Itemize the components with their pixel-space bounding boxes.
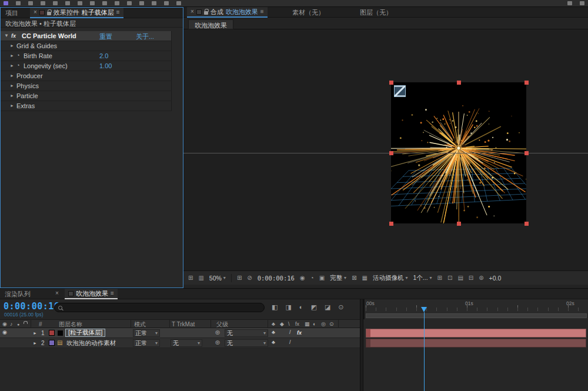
screen-icon[interactable]: ▥ [198, 275, 203, 281]
parent-select[interactable]: 无 ▾ [225, 329, 268, 337]
playhead-handle[interactable] [421, 307, 427, 312]
selection-handle[interactable] [389, 151, 393, 155]
region-of-interest-icon[interactable]: ⊠ [352, 275, 356, 281]
home-icon[interactable] [16, 1, 21, 5]
close-icon[interactable]: × [55, 290, 59, 296]
playhead-line[interactable] [424, 312, 425, 391]
effect-property-row[interactable]: ► ◔ Birth Rate 2.0 [1, 51, 171, 61]
pickwhip-icon[interactable]: ◎ [215, 330, 220, 335]
stopwatch-icon[interactable]: ◔ [16, 53, 19, 58]
expand-triangle-icon[interactable]: ► [10, 64, 14, 68]
bar-in-handle[interactable] [366, 329, 370, 337]
zoom-tool-icon[interactable] [53, 1, 58, 5]
selection-handle[interactable] [389, 222, 393, 226]
mode-select[interactable]: 正常 ▾ [133, 329, 160, 337]
transparency-grid-icon[interactable]: ▦ [362, 275, 368, 281]
quality-toggle-icon[interactable]: / [289, 330, 291, 335]
effect-header-row[interactable]: ▼ fx CC Particle World 重置 关于... [1, 31, 171, 41]
draft-3d-icon[interactable]: ◪ [325, 304, 330, 310]
lock-icon[interactable] [204, 11, 208, 15]
effect-about-link[interactable]: 关于... [136, 32, 154, 41]
effect-fx-icon[interactable]: fx [11, 34, 16, 39]
effect-property-row[interactable]: ► Particle [1, 91, 171, 101]
hide-shy-icon[interactable]: ◧ [272, 304, 278, 310]
reset-exposure-icon[interactable]: ⊛ [479, 275, 483, 281]
zoom-select[interactable]: 50% ▾ [209, 275, 226, 282]
effect-property-row[interactable]: ► ◔ Longevity (sec) 1.00 [1, 61, 171, 71]
shy-toggle-icon[interactable]: ♣ [272, 340, 275, 345]
timeline-button-icon[interactable]: ▤ [457, 275, 463, 281]
panel-menu-icon[interactable]: ≡ [260, 9, 264, 15]
layer-name[interactable]: [粒子载体层] [65, 329, 105, 337]
resolution-select[interactable]: 完整 ▾ [330, 274, 346, 282]
puppet-tool-icon[interactable] [176, 1, 181, 5]
selection-handle[interactable] [524, 81, 529, 85]
pixel-aspect-icon[interactable]: ⊞ [437, 275, 442, 281]
layer-row[interactable]: ◉ ► 1 [粒子载体层] 正常 ▾ ◎ 无 ▾ ♣ / fx [0, 328, 360, 338]
show-snapshot-icon[interactable]: ◔ [310, 275, 314, 281]
effect-property-row[interactable]: ► Grid & Guides [1, 41, 171, 51]
expand-triangle-icon[interactable]: ► [10, 93, 14, 98]
panel-splitter[interactable] [360, 299, 363, 391]
property-value[interactable]: 1.00 [99, 62, 112, 69]
layer-name[interactable]: 吹泡泡的动作素材 [66, 340, 116, 347]
brush-tool-icon[interactable] [127, 1, 132, 5]
expand-triangle-icon[interactable]: ► [33, 331, 37, 335]
trkmat-select[interactable]: 无 ▾ [171, 339, 202, 347]
layer-duration-bar[interactable] [366, 339, 586, 347]
composition-viewport[interactable] [183, 29, 588, 270]
tab-footage[interactable]: 素材（无） [292, 8, 325, 17]
collapse-triangle-icon[interactable]: ▼ [4, 34, 9, 38]
expand-triangle-icon[interactable]: ► [33, 341, 37, 345]
current-timecode[interactable]: 0:00:00:16 [4, 301, 59, 312]
scrollbar-track[interactable] [171, 31, 172, 111]
close-icon[interactable]: × [191, 9, 194, 15]
pickwhip-icon[interactable]: ◎ [215, 340, 220, 345]
layer-color-chip[interactable] [49, 330, 55, 336]
tab-project[interactable]: 项目 [5, 9, 18, 18]
hand-tool-icon[interactable] [41, 1, 45, 5]
fast-preview-icon[interactable]: ⊡ [447, 275, 452, 281]
tab-render-queue[interactable]: 渲染队列 [5, 290, 31, 299]
effect-property-row[interactable]: ► Physics [1, 81, 171, 91]
selection-tool-icon[interactable] [28, 1, 33, 5]
workspace-icon[interactable] [567, 1, 572, 5]
mask-visibility-icon[interactable]: ⊘ [247, 275, 252, 281]
lock-icon[interactable] [47, 12, 51, 15]
grid-overlay-icon[interactable]: ⊞ [188, 275, 193, 281]
snapshot-icon[interactable]: ◉ [300, 275, 305, 281]
mode-select[interactable]: 正常 ▾ [133, 339, 160, 347]
quality-toggle-icon[interactable]: / [289, 340, 291, 345]
eye-icon[interactable]: ◉ [2, 330, 7, 335]
graph-editor-icon[interactable]: ◩ [310, 304, 316, 310]
bar-in-handle[interactable] [366, 339, 370, 347]
close-icon[interactable]: × [34, 9, 37, 15]
shy-toggle-icon[interactable]: ♣ [272, 330, 275, 335]
flowchart-icon[interactable]: ⊟ [469, 275, 473, 281]
selection-handle[interactable] [389, 81, 393, 85]
expand-triangle-icon[interactable]: ► [10, 54, 14, 58]
property-value[interactable]: 2.0 [99, 52, 108, 59]
search-workspace-icon[interactable] [580, 1, 584, 5]
mask-tool-icon[interactable] [90, 1, 95, 5]
expand-triangle-icon[interactable]: ► [10, 44, 14, 48]
fx-toggle-icon[interactable]: fx [297, 330, 302, 336]
panel-menu-icon[interactable]: ≡ [111, 290, 114, 296]
search-input[interactable] [65, 305, 260, 311]
expand-triangle-icon[interactable]: ► [10, 73, 14, 78]
panel-menu-icon[interactable]: ≡ [116, 9, 120, 15]
selection-handle[interactable] [524, 151, 529, 155]
timeline-search[interactable] [54, 303, 265, 312]
tab-layer[interactable]: 图层（无） [360, 8, 392, 17]
time-ruler[interactable]: 00s 01s 02s [363, 299, 588, 319]
type-tool-icon[interactable] [115, 1, 119, 5]
expand-triangle-icon[interactable]: ► [10, 83, 14, 88]
view-layout-select[interactable]: 1个... ▾ [413, 274, 432, 282]
layer-color-chip[interactable] [49, 340, 55, 346]
expand-triangle-icon[interactable]: ► [10, 103, 14, 108]
pan-behind-tool-icon[interactable] [78, 1, 82, 5]
selection-handle[interactable] [524, 222, 529, 226]
exposure-value[interactable]: +0.0 [489, 275, 502, 282]
effect-property-row[interactable]: ► Producer [1, 71, 171, 81]
preview-timecode[interactable]: 0:00:00:16 [258, 275, 295, 282]
